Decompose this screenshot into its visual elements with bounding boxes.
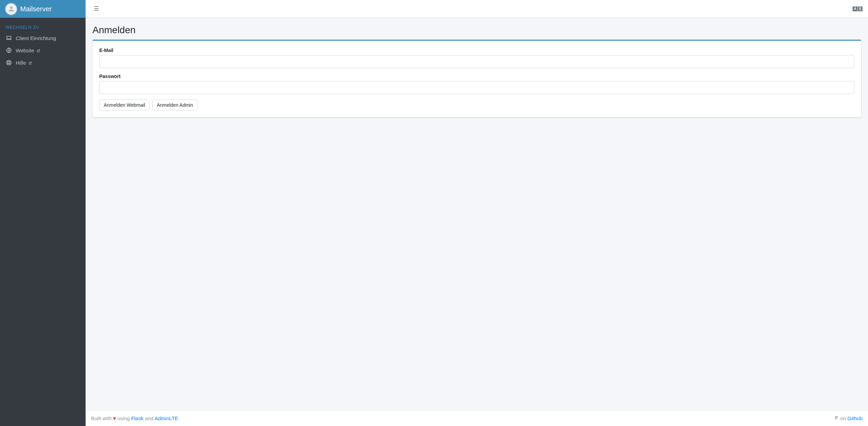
email-field[interactable] <box>99 55 854 68</box>
sidebar-item-client-setup[interactable]: Client Einrichtung <box>0 32 86 44</box>
footer-built-text: Built with <box>91 415 113 421</box>
login-card: E-Mail Passwort Anmelden Webmail Anmelde… <box>92 40 861 117</box>
sidebar-toggle-button[interactable]: ☰ <box>91 4 102 14</box>
external-link-icon <box>28 61 32 65</box>
page-title: Anmelden <box>92 25 861 36</box>
footer-left: Built with ♥ using Flask and AdminLTE. <box>91 415 180 421</box>
globe-icon <box>5 47 12 54</box>
lifebuoy-icon <box>5 59 12 66</box>
adminlte-link[interactable]: AdminLTE <box>155 415 178 421</box>
language-glyph-b: 文 <box>858 7 863 11</box>
sidebar-item-help[interactable]: Hilfe <box>0 56 86 69</box>
sidebar-item-website[interactable]: Website <box>0 44 86 56</box>
brand-link[interactable]: Mailserver <box>0 0 86 18</box>
email-label: E-Mail <box>99 48 854 53</box>
brand-title: Mailserver <box>20 5 52 13</box>
sidebar-item-label: Website <box>16 48 34 53</box>
flask-link[interactable]: Flask <box>131 415 143 421</box>
svg-point-0 <box>10 7 12 9</box>
password-field[interactable] <box>99 81 854 94</box>
language-glyph-a: A <box>853 7 857 11</box>
content-header: Anmelden <box>90 23 864 40</box>
password-label: Passwort <box>99 74 854 79</box>
brand-logo-icon <box>5 3 17 15</box>
external-link-icon <box>36 48 40 52</box>
laptop-icon <box>5 35 12 41</box>
sidebar-item-label: Hilfe <box>16 60 26 66</box>
login-admin-button[interactable]: Anmelden Admin <box>152 100 197 111</box>
sidebar: Mailserver WECHSELN ZU Client Einrichtun… <box>0 0 86 426</box>
main-header: ☰ A 文 <box>86 0 868 18</box>
sidebar-nav: WECHSELN ZU Client Einrichtung Website <box>0 18 86 69</box>
footer: Built with ♥ using Flask and AdminLTE. o… <box>86 410 868 426</box>
footer-on-text: on <box>840 415 846 421</box>
footer-period: . <box>178 415 180 421</box>
sidebar-item-label: Client Einrichtung <box>16 35 56 41</box>
footer-using-text: using <box>116 415 131 421</box>
hamburger-icon: ☰ <box>94 5 99 12</box>
git-branch-icon <box>835 415 839 421</box>
footer-and-text: and <box>143 415 155 421</box>
login-webmail-button[interactable]: Anmelden Webmail <box>99 100 150 111</box>
language-button[interactable]: A 文 <box>853 7 863 11</box>
github-link[interactable]: Github <box>847 415 863 421</box>
heart-icon: ♥ <box>113 415 116 421</box>
svg-point-3 <box>8 62 10 64</box>
sidebar-section-header: WECHSELN ZU <box>0 21 86 32</box>
footer-right: on Github <box>835 415 863 421</box>
